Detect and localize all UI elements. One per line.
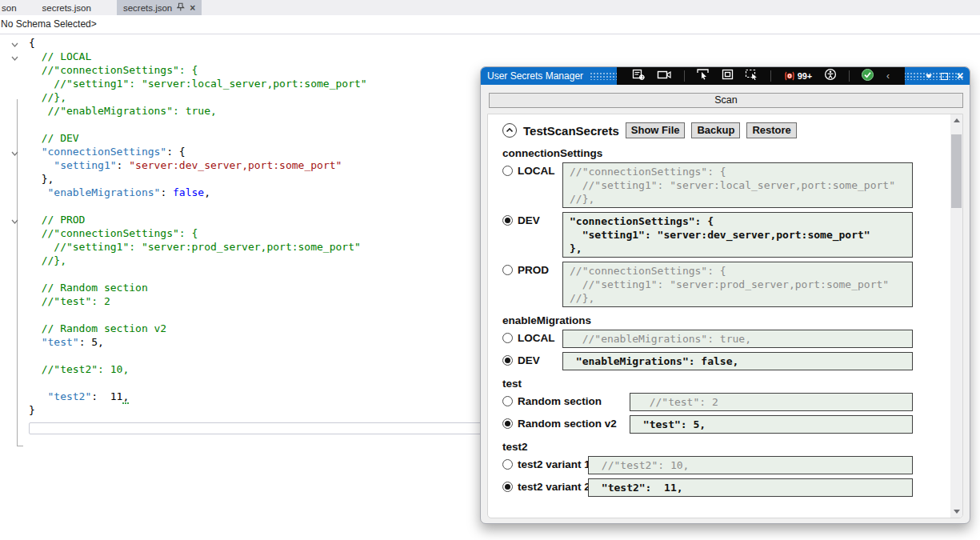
- schema-selector-bar[interactable]: No Schema Selected>: [0, 15, 980, 34]
- code-line[interactable]: "connectionSettings": {: [0, 145, 480, 158]
- capture-settings-icon[interactable]: [632, 69, 646, 84]
- editor-code[interactable]: { // LOCAL //"connectionSettings": { //"…: [0, 36, 480, 417]
- code-preview-box: "test": 5,: [630, 415, 913, 434]
- tab-label: secrets.json: [42, 3, 91, 13]
- code-line[interactable]: //"test2": 10,: [0, 362, 480, 376]
- section-test: testRandom section //"test": 2Random sec…: [502, 378, 962, 434]
- code-token: ,: [204, 186, 210, 198]
- option-row: LOCAL//"connectionSettings": { //"settin…: [502, 162, 913, 208]
- option-label-group: Random section v2: [502, 415, 630, 430]
- radio-dev[interactable]: [502, 215, 513, 226]
- region-select-icon[interactable]: [745, 69, 758, 83]
- code-token: {: [29, 37, 35, 49]
- code-line[interactable]: // LOCAL: [0, 50, 480, 63]
- option-row: test2 variant 1 //"test2": 10,: [502, 456, 913, 474]
- code-line[interactable]: "enableMigrations": false,: [0, 186, 480, 199]
- option-label[interactable]: DEV: [518, 214, 540, 226]
- code-line[interactable]: [0, 308, 480, 322]
- code-token: "enableMigrations": [47, 186, 160, 198]
- code-line[interactable]: "test": 5,: [0, 335, 480, 349]
- code-token: :: [117, 159, 130, 171]
- code-line[interactable]: // PROD: [0, 213, 480, 226]
- radio-test2-variant-1[interactable]: [502, 459, 513, 470]
- scroll-down-icon[interactable]: [950, 506, 962, 518]
- maximize-icon[interactable]: [941, 73, 948, 80]
- radio-local[interactable]: [502, 166, 513, 176]
- json-editor[interactable]: { // LOCAL //"connectionSettings": { //"…: [0, 36, 480, 417]
- code-line[interactable]: },: [0, 172, 480, 186]
- scrollbar-thumb[interactable]: [951, 134, 962, 208]
- code-line[interactable]: //"setting1": "server:local_server,port:…: [0, 77, 480, 90]
- radio-random-section[interactable]: [502, 396, 513, 406]
- option-row: LOCAL //"enableMigrations": true,: [502, 330, 913, 348]
- code-token: "test": [42, 336, 79, 348]
- record-count-icon[interactable]: 99+: [783, 70, 813, 82]
- pointer-select-icon[interactable]: [697, 69, 710, 83]
- code-line[interactable]: // DEV: [0, 131, 480, 145]
- code-line[interactable]: // Random section v2: [0, 322, 480, 335]
- radio-test2-variant-2[interactable]: [502, 482, 513, 492]
- radio-dev[interactable]: [502, 355, 513, 366]
- code-line[interactable]: {: [0, 36, 480, 50]
- code-line[interactable]: //"setting1": "server:prod_server,port:s…: [0, 240, 480, 254]
- accessibility-icon[interactable]: [824, 68, 837, 84]
- code-token: "server:dev_server,port:some_port": [129, 159, 342, 171]
- option-label[interactable]: DEV: [518, 354, 540, 366]
- code-line[interactable]: [0, 376, 480, 390]
- code-line[interactable]: "test2": 11,: [0, 390, 480, 403]
- option-label[interactable]: PROD: [518, 264, 549, 276]
- code-line[interactable]: //"enableMigrations": true,: [0, 104, 480, 118]
- window-position-menu-icon[interactable]: [926, 74, 932, 78]
- scan-button[interactable]: Scan: [489, 93, 963, 108]
- code-line[interactable]: [0, 199, 480, 213]
- code-line[interactable]: // Random section: [0, 281, 480, 294]
- chevron-left-icon[interactable]: ‹: [886, 70, 890, 82]
- close-window-icon[interactable]: ×: [957, 70, 963, 82]
- pin-icon[interactable]: [177, 2, 185, 13]
- option-label[interactable]: Random section: [518, 395, 602, 407]
- radio-local[interactable]: [502, 333, 513, 343]
- code-line[interactable]: //"test": 2: [0, 294, 480, 308]
- option-label[interactable]: LOCAL: [518, 332, 555, 344]
- option-label[interactable]: test2 variant 2: [518, 481, 590, 493]
- window-select-icon[interactable]: [722, 69, 734, 83]
- code-token: //},: [29, 254, 66, 266]
- restore-button[interactable]: Restore: [746, 122, 796, 138]
- backup-button[interactable]: Backup: [691, 122, 740, 138]
- option-label[interactable]: Random section v2: [518, 418, 617, 430]
- code-line[interactable]: //"connectionSettings": {: [0, 226, 480, 240]
- video-camera-icon[interactable]: [657, 69, 672, 83]
- collapse-button[interactable]: [502, 123, 517, 138]
- status-check-icon[interactable]: [861, 68, 874, 85]
- code-line[interactable]: }: [0, 403, 480, 417]
- option-row: Random section v2 "test": 5,: [502, 415, 913, 434]
- tab-partial[interactable]: son: [0, 0, 23, 15]
- option-label[interactable]: LOCAL: [518, 165, 555, 177]
- dialog-titlebar[interactable]: User Secrets Manager 99+: [481, 67, 970, 85]
- code-line[interactable]: //"connectionSettings": {: [0, 63, 480, 77]
- code-preview-box: //"test": 2: [630, 393, 913, 411]
- close-icon[interactable]: ×: [190, 3, 195, 13]
- code-line[interactable]: [0, 118, 480, 131]
- section-title: connectionSettings: [502, 147, 962, 159]
- option-label[interactable]: test2 variant 1: [518, 458, 590, 470]
- scroll-up-icon[interactable]: [950, 114, 962, 126]
- code-line[interactable]: [0, 267, 480, 281]
- code-token: //"setting1": "server:local_server,port:…: [29, 78, 367, 90]
- code-line[interactable]: [0, 349, 480, 362]
- show-file-button[interactable]: Show File: [626, 122, 686, 138]
- code-token: : 5,: [79, 336, 104, 348]
- code-token: }: [29, 404, 35, 416]
- code-line[interactable]: "setting1": "server:dev_server,port:some…: [0, 158, 480, 172]
- code-line[interactable]: //},: [0, 90, 480, 104]
- code-token: //},: [29, 91, 66, 103]
- code-token: [29, 159, 54, 171]
- code-line[interactable]: //},: [0, 254, 480, 267]
- radio-random-section-v2[interactable]: [502, 418, 513, 429]
- tab-secrets-json-active[interactable]: secrets.json ×: [117, 0, 202, 15]
- tab-strip: son secrets.json secrets.json ×: [0, 0, 980, 15]
- radio-prod[interactable]: [502, 265, 513, 275]
- code-token: :: [160, 186, 173, 198]
- tab-secrets-json[interactable]: secrets.json: [34, 0, 99, 15]
- vertical-scrollbar[interactable]: [950, 114, 962, 518]
